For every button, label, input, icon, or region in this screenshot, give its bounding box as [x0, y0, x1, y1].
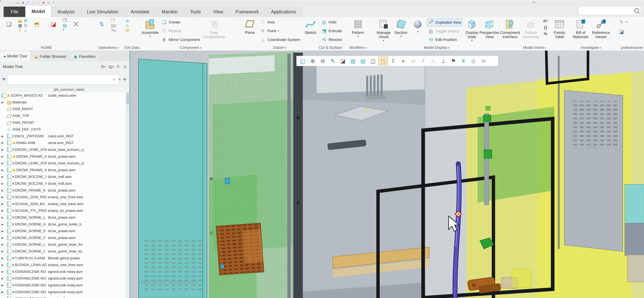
detach-panel-icon[interactable]: ⇲ [123, 64, 126, 69]
paste-icon[interactable]: ▤▾ [111, 23, 116, 28]
sketch-button[interactable]: Sketch [302, 18, 319, 35]
tree-row[interactable]: ▶ DRZWI_LEWE_KOM drzwi_lewe_komora_cj [0, 160, 126, 167]
display-style-button[interactable]: Display Style▾ [463, 18, 480, 42]
annotation-display-icon[interactable]: ⚑ [448, 57, 458, 65]
scrollbar-thumb[interactable] [126, 93, 129, 104]
paste-dropdown-icon[interactable]: ▾ [63, 28, 67, 32]
get-data-pointer-icon[interactable]: ⇘ [126, 23, 129, 28]
point-button[interactable]: ✛Point▾ [259, 27, 301, 35]
eraser-button[interactable]: ◪ [618, 28, 628, 36]
pin-panel-icon[interactable]: ⇱ [117, 64, 120, 69]
3d-viewport[interactable]: SZAFA_WASCO_INST EXPL.CDR ◱⊕⊖✎◪▧▤◫◳⇧●▱⁄∴… [130, 51, 644, 298]
tree-row[interactable]: ▶ DRZWI_PRAWE_K drzwi_prawa.asm [0, 187, 126, 194]
relations-icon[interactable]: {} [543, 25, 548, 30]
Live Simulation[interactable]: Live Simulation [81, 6, 124, 17]
tree-row[interactable]: ▶ COKOL_ZINTEGRO cokol.asm_INST [0, 133, 126, 140]
part-slat-cluster[interactable] [365, 74, 386, 99]
regenerate-icon[interactable]: ⇄ [24, 18, 28, 23]
expander-icon[interactable]: ▶ [2, 168, 7, 172]
part-green-hinge[interactable] [484, 115, 491, 122]
tree-row[interactable]: ▶ DRZWI_GORNE_L drzwi_gorne_lewe_ko [0, 248, 126, 255]
tree-row[interactable]: ▶ ASM_FRONT [0, 119, 126, 126]
expand-tree-icon[interactable]: ✛ [123, 77, 127, 82]
tree-row[interactable]: ▶ SCIANA_ZEW_PRZ sciana_zew_front.asm [0, 194, 126, 200]
more-tools-icon[interactable]: ≫ [478, 57, 488, 65]
appearance-gallery-icon[interactable]: ● [398, 57, 408, 65]
orient-mode-icon[interactable]: ⇧ [388, 57, 398, 65]
expander-icon[interactable]: ▶ [2, 290, 7, 294]
File[interactable]: File [4, 6, 25, 17]
expander-icon[interactable]: ▶ [2, 216, 7, 219]
settings-icon[interactable]: ⚙ [24, 23, 28, 28]
tree-filters-icon[interactable]: ⚙ [100, 64, 104, 69]
bill-of-materials-button[interactable]: Bill of Materials [570, 18, 591, 39]
tree-columns-dropdown-icon[interactable]: ▾ [112, 65, 114, 68]
View[interactable]: View [207, 6, 229, 17]
spin-center-icon[interactable]: ✳ [458, 57, 468, 65]
part-green-hinge-small[interactable] [486, 106, 490, 111]
expander-icon[interactable]: ▶ [2, 263, 7, 266]
paste-icon[interactable]: ▤ [63, 23, 67, 28]
tree-row[interactable]: ▶ OGRANICZNIK-NO ogranicznik-nowy.asm [0, 268, 126, 275]
expander-icon[interactable]: ▶ [2, 297, 7, 298]
family-table-button[interactable]: Family Table [550, 18, 569, 39]
expander-icon[interactable]: ▶ [2, 175, 7, 178]
create-component-button[interactable]: ❏Create [160, 18, 201, 26]
expander-icon[interactable]: ▶ [2, 223, 7, 226]
import-icon[interactable]: ⧈ [126, 18, 129, 23]
close-window-button[interactable]: ✕ [68, 18, 84, 30]
model-scene[interactable]: SZAFA_WASCO_INST EXPL.CDR [130, 51, 644, 298]
hole-button[interactable]: ◎Hole [320, 18, 342, 26]
edit-position-button[interactable]: ⟲Edit Position [427, 36, 462, 44]
expander-icon[interactable]: ▶ [2, 270, 7, 273]
expander-icon[interactable]: ▶ [2, 101, 7, 104]
tree-row[interactable]: ▶ DRZWI_PRAWE_K drzwi_prawa.asm [0, 167, 126, 174]
open-icon[interactable]: ⬓ [18, 18, 22, 23]
minimize-ribbon-icon[interactable] [532, 0, 536, 4]
assemble-button[interactable]: Assemble▾ [141, 18, 160, 38]
tree-row[interactable]: ▶ DRZWI_BOCZNE_P drzwi_mdf.asm [0, 180, 126, 187]
datum-axis-display-icon[interactable]: ⁄ [418, 57, 428, 65]
appearances-button[interactable]: ▾ [409, 18, 426, 34]
coordinate-system-button[interactable]: ⊥Coordinate System [259, 36, 301, 44]
part-hinge-rail[interactable] [484, 114, 489, 205]
tree-row[interactable]: ▶ DRZWI_GORNE_K drzwi_gorne_kolek_b [0, 221, 126, 228]
saved-orientations-icon[interactable]: ▤ [358, 57, 368, 65]
part-green-hinge[interactable] [484, 150, 492, 158]
regenerate-button[interactable]: ⇅ [93, 18, 110, 30]
tree-row[interactable]: ▶ Materials [0, 99, 126, 106]
expander-icon[interactable]: ▶ [2, 189, 7, 192]
save-icon[interactable]: ▦ [18, 23, 22, 28]
copy-icon[interactable]: ❐ [111, 18, 116, 23]
Annotate[interactable]: Annotate [125, 6, 155, 17]
part-gray-box[interactable] [625, 223, 644, 256]
tree-row[interactable]: ▶ RAMA.ASM rama.asm_INST [0, 140, 126, 146]
exploded-view-icon[interactable]: ◳ [378, 57, 388, 65]
switch-symbols-icon[interactable]: % [543, 31, 548, 36]
expander-icon[interactable]: ▶ [2, 148, 7, 151]
frame-pole-thin[interactable] [287, 54, 291, 298]
expander-icon[interactable]: ▶ [2, 155, 7, 158]
tree-columns-icon[interactable]: ▤ [108, 64, 112, 69]
part-blue-block[interactable] [225, 178, 230, 184]
expander-icon[interactable]: ▶ [2, 236, 7, 240]
datum-point-display-icon[interactable]: ∴ [428, 57, 438, 65]
tree-row[interactable]: ▶ BLENDA_LEWA.AS sciana_zew_front.asm [0, 262, 126, 268]
publish-geometry-button[interactable]: Publish Geometry [520, 18, 541, 39]
command-search-input[interactable] [578, 6, 641, 15]
repaint-icon[interactable]: ✎ [328, 57, 338, 65]
expander-icon[interactable]: ▶ [2, 257, 7, 260]
section-button[interactable]: Section▾ [392, 18, 409, 38]
part-yellow-cube[interactable] [512, 268, 531, 288]
manage-views-button[interactable]: Manage Views▾ [375, 18, 392, 42]
tree-row[interactable]: ▶ OGRANICZNIK-NO ogranicznik-nowy.asm [0, 296, 126, 298]
Tools[interactable]: Tools [184, 6, 207, 17]
open-last-session-button[interactable]: ⬒ [28, 18, 45, 30]
capture-icon[interactable]: ▣ [42, 1, 44, 4]
drag-components-button[interactable]: Drag Components [202, 18, 226, 39]
Manikin[interactable]: Manikin [156, 6, 184, 17]
extrude-button[interactable]: ⬔Extrude [320, 27, 342, 35]
reference-viewer-button[interactable]: Reference Viewer [591, 18, 611, 39]
tree-row[interactable]: ▶ ASM_DEF_CSYS [0, 126, 126, 133]
expander-icon[interactable]: ▶ [2, 209, 7, 212]
